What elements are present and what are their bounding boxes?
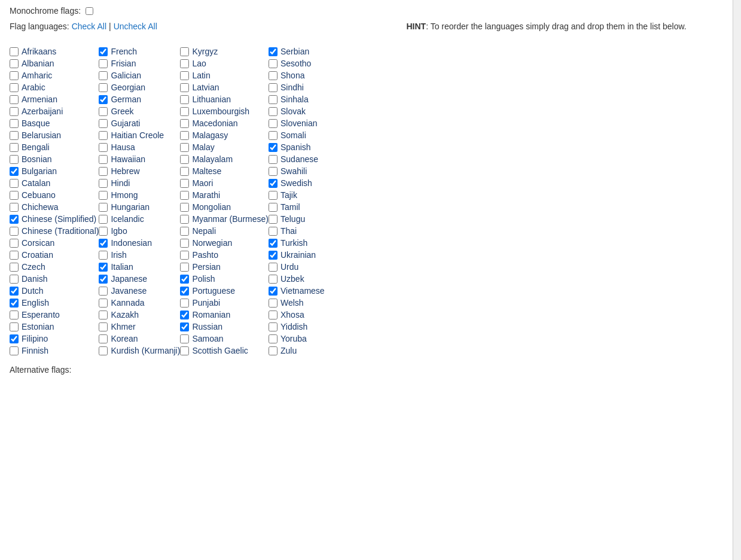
lang-checkbox-sinhala[interactable]	[269, 95, 278, 104]
lang-label-urdu[interactable]: Urdu	[280, 262, 298, 272]
lang-checkbox-swedish[interactable]	[269, 179, 278, 188]
lang-checkbox-frisian[interactable]	[99, 59, 108, 68]
lang-label-khmer[interactable]: Khmer	[111, 322, 135, 331]
lang-checkbox-sudanese[interactable]	[269, 155, 278, 164]
lang-label-mongolian[interactable]: Mongolian	[192, 202, 231, 212]
lang-label-greek[interactable]: Greek	[111, 106, 133, 116]
lang-checkbox-estonian[interactable]	[10, 322, 19, 331]
lang-checkbox-kurdish_kurmanji[interactable]	[99, 346, 108, 355]
lang-label-filipino[interactable]: Filipino	[22, 334, 48, 343]
lang-label-chichewa[interactable]: Chichewa	[22, 202, 58, 212]
lang-checkbox-kyrgyz[interactable]	[180, 47, 189, 56]
lang-checkbox-filipino[interactable]	[10, 334, 19, 343]
lang-label-sindhi[interactable]: Sindhi	[280, 83, 304, 92]
lang-label-thai[interactable]: Thai	[280, 226, 297, 236]
lang-checkbox-myanmar_burmese[interactable]	[180, 215, 189, 224]
lang-checkbox-catalan[interactable]	[10, 179, 19, 188]
lang-label-maltese[interactable]: Maltese	[192, 166, 221, 176]
lang-label-swedish[interactable]: Swedish	[280, 178, 312, 188]
lang-label-myanmar_burmese[interactable]: Myanmar (Burmese)	[192, 214, 269, 224]
lang-checkbox-kazakh[interactable]	[99, 311, 108, 319]
lang-checkbox-sindhi[interactable]	[269, 83, 278, 92]
lang-checkbox-azerbaijani[interactable]	[10, 107, 19, 116]
lang-checkbox-yoruba[interactable]	[269, 334, 278, 343]
lang-label-malayalam[interactable]: Malayalam	[192, 154, 233, 164]
lang-label-japanese[interactable]: Japanese	[111, 274, 147, 284]
lang-checkbox-bosnian[interactable]	[10, 155, 19, 164]
lang-label-sinhala[interactable]: Sinhala	[280, 95, 309, 104]
lang-label-marathi[interactable]: Marathi	[192, 190, 220, 200]
lang-checkbox-scottish_gaelic[interactable]	[180, 346, 189, 355]
lang-label-telugu[interactable]: Telugu	[280, 214, 305, 224]
lang-label-ukrainian[interactable]: Ukrainian	[280, 250, 316, 260]
lang-label-kurdish_kurmanji[interactable]: Kurdish (Kurmanji)	[111, 346, 180, 355]
lang-label-serbian[interactable]: Serbian	[280, 47, 309, 56]
lang-label-portuguese[interactable]: Portuguese	[192, 286, 235, 296]
lang-checkbox-swahili[interactable]	[269, 167, 278, 176]
lang-label-basque[interactable]: Basque	[22, 118, 50, 128]
lang-checkbox-pashto[interactable]	[180, 251, 189, 260]
lang-checkbox-malagasy[interactable]	[180, 131, 189, 140]
lang-label-hebrew[interactable]: Hebrew	[111, 166, 139, 176]
lang-checkbox-sesotho[interactable]	[269, 59, 278, 68]
lang-checkbox-tajik[interactable]	[269, 191, 278, 200]
lang-label-frisian[interactable]: Frisian	[111, 59, 136, 68]
lang-label-albanian[interactable]: Albanian	[22, 59, 54, 68]
lang-label-german[interactable]: German	[111, 95, 141, 104]
lang-checkbox-hebrew[interactable]	[99, 167, 108, 176]
lang-label-cebuano[interactable]: Cebuano	[22, 190, 56, 200]
lang-checkbox-icelandic[interactable]	[99, 215, 108, 224]
lang-checkbox-somali[interactable]	[269, 131, 278, 140]
lang-checkbox-arabic[interactable]	[10, 83, 19, 92]
lang-label-yoruba[interactable]: Yoruba	[280, 334, 307, 343]
lang-checkbox-romanian[interactable]	[180, 311, 189, 319]
lang-checkbox-danish[interactable]	[10, 275, 19, 284]
lang-label-macedonian[interactable]: Macedonian	[192, 118, 237, 128]
lang-checkbox-shona[interactable]	[269, 71, 278, 80]
lang-label-lao[interactable]: Lao	[192, 59, 206, 68]
lang-checkbox-lithuanian[interactable]	[180, 95, 189, 104]
lang-label-turkish[interactable]: Turkish	[280, 238, 307, 248]
lang-label-persian[interactable]: Persian	[192, 262, 220, 272]
lang-label-kyrgyz[interactable]: Kyrgyz	[192, 47, 218, 56]
lang-checkbox-french[interactable]	[99, 47, 108, 56]
lang-checkbox-latin[interactable]	[180, 71, 189, 80]
lang-label-malagasy[interactable]: Malagasy	[192, 130, 228, 140]
lang-checkbox-croatian[interactable]	[10, 251, 19, 260]
lang-checkbox-czech[interactable]	[10, 263, 19, 272]
lang-checkbox-hindi[interactable]	[99, 179, 108, 188]
lang-label-punjabi[interactable]: Punjabi	[192, 298, 220, 308]
lang-checkbox-hungarian[interactable]	[99, 203, 108, 212]
lang-checkbox-serbian[interactable]	[269, 47, 278, 56]
lang-checkbox-esperanto[interactable]	[10, 311, 19, 319]
lang-label-icelandic[interactable]: Icelandic	[111, 214, 144, 224]
lang-label-polish[interactable]: Polish	[192, 274, 215, 284]
lang-label-chinese_simplified[interactable]: Chinese (Simplified)	[22, 214, 96, 224]
lang-label-gujarati[interactable]: Gujarati	[111, 118, 140, 128]
lang-label-swahili[interactable]: Swahili	[280, 166, 307, 176]
lang-label-norwegian[interactable]: Norwegian	[192, 238, 232, 248]
lang-label-slovenian[interactable]: Slovenian	[280, 118, 318, 128]
lang-checkbox-cebuano[interactable]	[10, 191, 19, 200]
lang-checkbox-yiddish[interactable]	[269, 322, 278, 331]
lang-checkbox-amharic[interactable]	[10, 71, 19, 80]
lang-checkbox-malay[interactable]	[180, 143, 189, 152]
lang-checkbox-belarusian[interactable]	[10, 131, 19, 140]
lang-checkbox-lao[interactable]	[180, 59, 189, 68]
lang-label-hausa[interactable]: Hausa	[111, 142, 135, 152]
lang-label-english[interactable]: English	[22, 298, 49, 308]
lang-checkbox-uzbek[interactable]	[269, 275, 278, 284]
lang-label-italian[interactable]: Italian	[111, 262, 133, 272]
lang-checkbox-corsican[interactable]	[10, 239, 19, 248]
lang-checkbox-georgian[interactable]	[99, 83, 108, 92]
lang-label-galician[interactable]: Galician	[111, 71, 141, 80]
lang-checkbox-russian[interactable]	[180, 322, 189, 331]
lang-label-vietnamese[interactable]: Vietnamese	[280, 286, 325, 296]
uncheck-all-link[interactable]: Uncheck All	[114, 22, 157, 31]
lang-checkbox-persian[interactable]	[180, 263, 189, 272]
lang-checkbox-telugu[interactable]	[269, 215, 278, 224]
lang-label-hawaiian[interactable]: Hawaiian	[111, 154, 145, 164]
lang-label-zulu[interactable]: Zulu	[280, 346, 297, 355]
lang-checkbox-german[interactable]	[99, 95, 108, 104]
lang-label-kannada[interactable]: Kannada	[111, 298, 144, 308]
